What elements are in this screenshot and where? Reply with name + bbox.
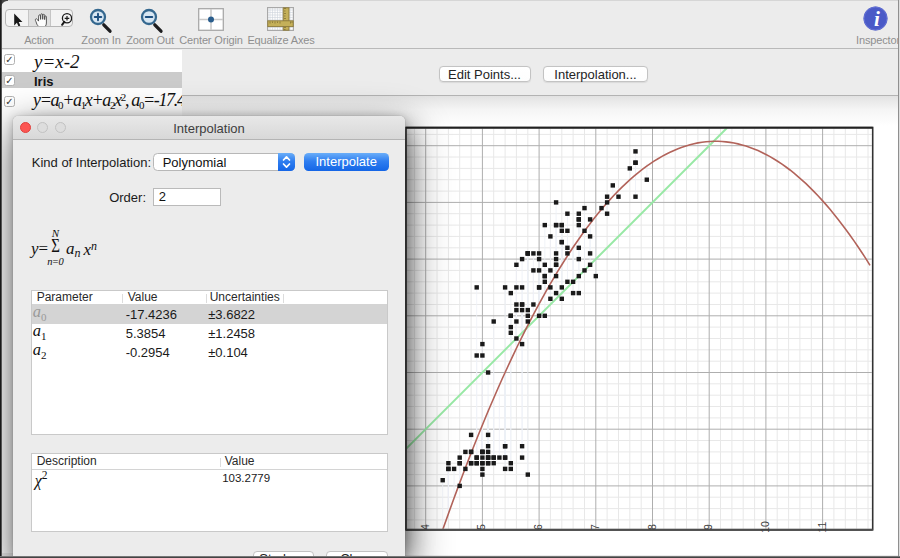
svg-text:5: 5 — [475, 524, 487, 530]
svg-text:10: 10 — [759, 521, 771, 533]
svg-text:6: 6 — [532, 524, 544, 530]
svg-text:4: 4 — [419, 524, 431, 530]
svg-text:11: 11 — [816, 521, 828, 532]
svg-text:9: 9 — [702, 524, 714, 530]
svg-text:8: 8 — [646, 524, 658, 530]
svg-text:7: 7 — [589, 524, 601, 530]
